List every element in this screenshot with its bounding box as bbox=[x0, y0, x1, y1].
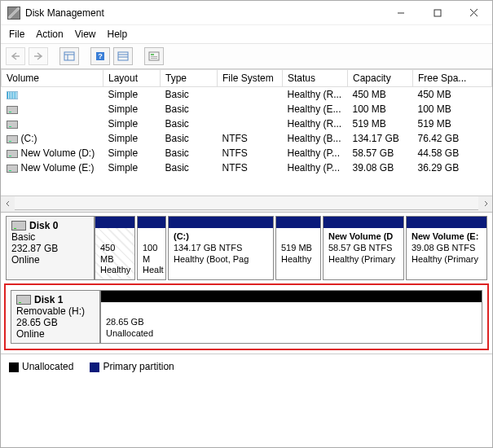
partition[interactable]: New Volume (D58.57 GB NTFSHealthy (Prima… bbox=[323, 216, 404, 280]
col-type[interactable]: Type bbox=[161, 70, 218, 87]
disk1-type: Removable (H:) bbox=[16, 305, 95, 317]
table-row[interactable]: SimpleBasicHealthy (R...450 MB450 MB bbox=[2, 87, 492, 103]
volume-icon bbox=[7, 121, 18, 129]
volume-icon bbox=[7, 106, 18, 114]
partition-body: (C:)134.17 GB NTFSHealthy (Boot, Pag bbox=[169, 228, 273, 279]
close-button[interactable] bbox=[456, 1, 492, 25]
partition-header-bar bbox=[407, 217, 486, 228]
col-layout[interactable]: Layout bbox=[103, 70, 161, 87]
col-volume[interactable]: Volume bbox=[2, 70, 103, 87]
disk-row-1[interactable]: Disk 1 Removable (H:) 28.65 GB Online 28… bbox=[6, 285, 487, 349]
legend: Unallocated Primary partition bbox=[1, 354, 492, 379]
partition-size: 28.65 GB bbox=[106, 317, 477, 328]
menu-view[interactable]: View bbox=[75, 29, 96, 40]
disk1-size: 28.65 GB bbox=[16, 317, 95, 328]
legend-unallocated: Unallocated bbox=[9, 361, 73, 372]
disk0-partitions: 450 MBHealthy 100 MHealt(C:)134.17 GB NT… bbox=[95, 216, 487, 280]
partition-size: 100 M bbox=[143, 243, 161, 266]
volume-list[interactable]: Volume Layout Type File System Status Ca… bbox=[1, 69, 492, 195]
svg-text:?: ? bbox=[98, 52, 103, 60]
minimize-button[interactable] bbox=[382, 1, 419, 25]
disk1-name: Disk 1 bbox=[16, 294, 95, 305]
partition-header-bar bbox=[101, 291, 482, 302]
partition[interactable]: 450 MBHealthy bbox=[95, 216, 135, 280]
partition[interactable]: New Volume (E:39.08 GB NTFSHealthy (Prim… bbox=[406, 216, 487, 280]
disk0-type: Basic bbox=[11, 231, 89, 243]
table-row[interactable]: New Volume (E:)SimpleBasicNTFSHealthy (P… bbox=[2, 160, 492, 175]
volume-icon bbox=[7, 150, 18, 158]
col-capacity[interactable]: Capacity bbox=[348, 70, 413, 87]
menu-action[interactable]: Action bbox=[36, 29, 63, 40]
partition-header-bar bbox=[138, 217, 165, 228]
partition-unallocated[interactable]: 28.65 GB Unallocated bbox=[100, 290, 482, 344]
window-buttons bbox=[382, 1, 492, 25]
legend-primary: Primary partition bbox=[90, 361, 174, 372]
partition-body: New Volume (E:39.08 GB NTFSHealthy (Prim… bbox=[407, 228, 486, 279]
partition[interactable]: 100 MHealt bbox=[137, 216, 166, 280]
menubar: File Action View Help bbox=[1, 25, 492, 44]
partition-body: 450 MBHealthy bbox=[95, 228, 134, 279]
svg-rect-15 bbox=[151, 58, 157, 59]
partition-body: 100 MHealt bbox=[138, 228, 165, 279]
partition-title: New Volume (E: bbox=[412, 231, 478, 241]
volume-icon bbox=[7, 165, 18, 173]
view-panels-button[interactable] bbox=[59, 47, 79, 65]
horizontal-scrollbar[interactable] bbox=[1, 195, 492, 209]
volume-icon bbox=[7, 91, 18, 99]
maximize-button[interactable] bbox=[419, 1, 456, 25]
col-free[interactable]: Free Spa... bbox=[413, 70, 492, 87]
table-row[interactable]: SimpleBasicHealthy (E...100 MB100 MB bbox=[2, 102, 492, 116]
partition-size: 519 MB bbox=[281, 243, 315, 254]
table-row[interactable]: New Volume (D:)SimpleBasicNTFSHealthy (P… bbox=[2, 146, 492, 160]
disk0-name-text: Disk 0 bbox=[29, 220, 58, 231]
swatch-primary bbox=[90, 362, 99, 372]
partition-status: Healthy (Primary bbox=[412, 254, 482, 266]
table-header-row: Volume Layout Type File System Status Ca… bbox=[2, 70, 492, 87]
table-row[interactable]: (C:)SimpleBasicNTFSHealthy (B...134.17 G… bbox=[2, 131, 492, 146]
partition-status: Healt bbox=[143, 265, 161, 276]
volume-table: Volume Layout Type File System Status Ca… bbox=[1, 69, 492, 175]
disk-icon bbox=[16, 295, 31, 305]
col-fs[interactable]: File System bbox=[218, 70, 283, 87]
forward-button[interactable] bbox=[29, 47, 48, 65]
help-button[interactable]: ? bbox=[90, 47, 110, 65]
table-row[interactable]: SimpleBasicHealthy (R...519 MB519 MB bbox=[2, 116, 492, 131]
disk0-name: Disk 0 bbox=[11, 220, 89, 231]
content: Volume Layout Type File System Status Ca… bbox=[1, 69, 492, 349]
disk-row-0[interactable]: Disk 0 Basic 232.87 GB Online 450 MBHeal… bbox=[6, 216, 487, 280]
disk0-info: Disk 0 Basic 232.87 GB Online bbox=[6, 216, 95, 280]
disk0-state: Online bbox=[11, 254, 89, 266]
partition-title bbox=[143, 231, 145, 241]
list-view-button[interactable] bbox=[113, 47, 133, 65]
partition-status: Healthy (Boot, Pag bbox=[174, 254, 268, 266]
disk0-size: 232.87 GB bbox=[11, 243, 89, 254]
volume-icon bbox=[7, 135, 18, 143]
partition-size: 39.08 GB NTFS bbox=[412, 243, 482, 254]
svg-rect-1 bbox=[434, 10, 441, 16]
partition-status: Healthy (Primary bbox=[328, 254, 398, 266]
swatch-unallocated bbox=[9, 362, 19, 372]
disk1-partitions: 28.65 GB Unallocated bbox=[100, 290, 482, 344]
partition-status: Unallocated bbox=[106, 328, 477, 340]
partition[interactable]: (C:)134.17 GB NTFSHealthy (Boot, Pag bbox=[168, 216, 274, 280]
properties-button[interactable] bbox=[144, 47, 164, 65]
menu-file[interactable]: File bbox=[9, 29, 24, 40]
partition-body: New Volume (D58.57 GB NTFSHealthy (Prima… bbox=[324, 228, 403, 279]
back-button[interactable] bbox=[6, 47, 25, 65]
disk1-name-text: Disk 1 bbox=[34, 294, 63, 305]
window-title: Disk Management bbox=[25, 7, 382, 19]
scroll-left-button[interactable] bbox=[1, 196, 15, 210]
partition-header-bar bbox=[276, 217, 320, 228]
partition-size: 134.17 GB NTFS bbox=[174, 243, 268, 254]
col-status[interactable]: Status bbox=[283, 70, 348, 87]
scroll-right-button[interactable] bbox=[478, 196, 492, 210]
partition-title bbox=[281, 231, 284, 241]
partition[interactable]: 519 MBHealthy bbox=[275, 216, 321, 280]
svg-rect-13 bbox=[151, 54, 154, 55]
svg-rect-4 bbox=[64, 52, 74, 60]
partition-body: 519 MBHealthy bbox=[276, 228, 320, 279]
disk1-info: Disk 1 Removable (H:) 28.65 GB Online bbox=[11, 290, 100, 344]
partition-size: 58.57 GB NTFS bbox=[328, 243, 398, 254]
toolbar: ? bbox=[1, 44, 492, 69]
menu-help[interactable]: Help bbox=[108, 29, 128, 40]
